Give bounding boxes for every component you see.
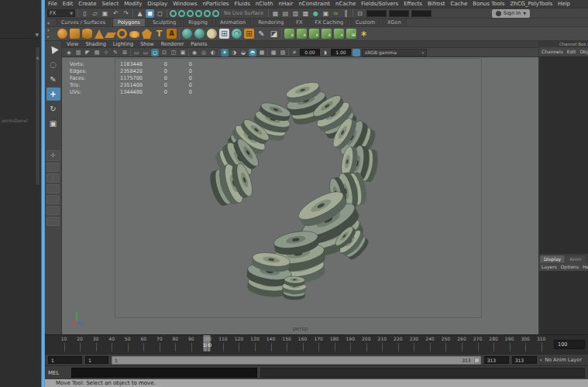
current-frame-field[interactable]: 100 — [554, 340, 585, 349]
gate-mask-icon[interactable]: ◻ — [151, 49, 159, 57]
menu-ncloth[interactable]: nCloth — [256, 1, 273, 7]
range-slider[interactable]: 1 313 — [112, 356, 481, 365]
live-surface-label[interactable]: No Live Surface — [224, 10, 263, 16]
layout-four-pane[interactable] — [46, 173, 60, 183]
ipr-render-icon[interactable]: ▥ — [291, 9, 300, 18]
menu-select[interactable]: Select — [102, 1, 119, 7]
file-new-icon[interactable]: ▯ — [81, 9, 89, 18]
channel-box-title[interactable]: Channel Box / Layer Editor — [539, 41, 588, 47]
motion-blur-icon[interactable]: ◓ — [249, 49, 256, 57]
panel-menu-renderer[interactable]: Renderer — [161, 41, 184, 47]
shelf-mini-menu[interactable]: ▾▸ — [47, 27, 50, 39]
fill-hole-icon[interactable]: x — [322, 29, 332, 39]
lighting-icon[interactable]: ☀ — [221, 49, 229, 57]
panel-menu-view[interactable]: View — [67, 41, 78, 47]
layer-tab-anim[interactable]: Anim — [566, 255, 585, 262]
undo-icon[interactable]: ↶ — [112, 9, 120, 18]
time-slider[interactable]: 1001020304050607080901001101201301401501… — [45, 334, 588, 354]
last-tool-icon[interactable]: ⊹ — [46, 150, 60, 161]
layout-three-split[interactable] — [46, 195, 60, 204]
panel-menu-panels[interactable]: Panels — [191, 41, 207, 47]
shelf-tab-fx-caching[interactable]: FX Caching — [310, 18, 349, 26]
menu-create[interactable]: Create — [78, 1, 96, 7]
menu-set-selector[interactable]: FX ▼ — [47, 9, 75, 17]
paint-select-tool[interactable]: ✎ — [46, 73, 60, 86]
bevel-icon[interactable]: x — [297, 29, 307, 39]
paint-effects-icon[interactable]: ≈ — [332, 9, 340, 18]
pan-zoom-icon[interactable]: ⊹ — [102, 49, 110, 57]
bridge-icon[interactable]: x — [309, 29, 319, 39]
playback-end-field[interactable]: 313 — [484, 356, 509, 364]
layer-menu-help[interactable]: Help — [583, 264, 588, 269]
separate-icon[interactable] — [194, 29, 205, 39]
viewport[interactable]: Verts:118344800Edges:235842000Faces:1175… — [62, 57, 538, 334]
menu-effects[interactable]: Effects — [404, 1, 422, 7]
menu-nparticles[interactable]: nParticles — [202, 1, 229, 7]
shelf-tab-custom[interactable]: Custom — [350, 18, 380, 26]
target-weld-icon[interactable]: ◪ — [269, 29, 279, 39]
make-live-icon[interactable] — [212, 10, 219, 17]
menu-fluids[interactable]: Fluids — [234, 1, 249, 7]
animation-end-field[interactable]: 313 — [512, 356, 537, 364]
menu-ncache[interactable]: nCache — [335, 1, 356, 7]
multi-cut-icon[interactable]: ✎ — [256, 29, 266, 39]
chevron-down-icon[interactable]: ▾ — [540, 358, 542, 362]
grid-icon[interactable]: ⊞ — [121, 49, 129, 57]
shelf-tab-sculpting[interactable]: Sculpting — [147, 18, 181, 26]
bookmark-icon[interactable]: ◤ — [84, 49, 91, 57]
poly-cube-icon[interactable] — [70, 29, 80, 39]
menu-nconstraint[interactable]: nConstraint — [298, 1, 330, 7]
select-object-icon[interactable]: ◼ — [146, 9, 154, 18]
subdiv-icon[interactable]: ⊞ — [244, 29, 254, 39]
extrude-face-icon[interactable]: x — [284, 29, 294, 39]
render-view-icon[interactable]: ▣ — [322, 9, 330, 18]
hypershade-icon[interactable]: ● — [311, 9, 320, 18]
shelf-tab-curves-surfaces[interactable]: Curves / Surfaces — [56, 18, 111, 26]
menu-bifrost[interactable]: Bifrost — [428, 1, 445, 7]
layout-persp-outliner[interactable] — [46, 184, 60, 194]
poly-type-icon[interactable]: A — [167, 29, 177, 39]
move-tool[interactable]: + — [46, 87, 60, 101]
camera-attributes-icon[interactable]: ▥ — [74, 49, 82, 57]
playback-start-field[interactable]: 1 — [85, 356, 108, 364]
safe-action-icon[interactable]: ◫ — [170, 49, 177, 57]
field-chart-icon[interactable]: ⊡ — [160, 49, 168, 57]
shelf-tab-animation[interactable]: Animation — [215, 18, 251, 26]
grease-pencil-icon[interactable]: ✎ — [112, 49, 119, 57]
safe-title-icon[interactable]: ▣ — [179, 49, 187, 57]
sphere-project-icon[interactable]: ◠ — [232, 29, 242, 39]
xray-icon[interactable]: ▩ — [270, 49, 277, 57]
menu-modify[interactable]: Modify — [124, 1, 142, 7]
isolate-select-icon[interactable]: ◐ — [209, 49, 217, 57]
coordinate-field-1[interactable] — [389, 10, 409, 17]
poly-sphere-icon[interactable] — [57, 29, 67, 39]
menu-cache[interactable]: Cache — [451, 1, 468, 7]
shelf-gear-icon[interactable]: ✦ — [46, 20, 50, 26]
layout-single-pane[interactable] — [46, 163, 60, 172]
menu-fields-solvers[interactable]: Fields/Solvers — [361, 1, 398, 7]
menu-bonus-tools[interactable]: Bonus Tools — [473, 1, 504, 7]
frame-all-icon[interactable]: ◉ — [191, 49, 198, 57]
channel-box-menu-channels[interactable]: Channels — [542, 49, 563, 54]
film-gate-icon[interactable]: ▭ — [132, 49, 140, 57]
color-managed-icon[interactable] — [352, 49, 360, 57]
snap-point-icon[interactable] — [187, 10, 194, 17]
channel-box-menu-edit[interactable]: Edit — [567, 49, 576, 54]
shelf-tab-fx[interactable]: FX — [291, 18, 308, 26]
snap-view-plane-icon[interactable] — [204, 10, 211, 17]
camera-lock-icon[interactable]: ◈ — [65, 49, 73, 57]
menu-zhcg-polytools[interactable]: ZhCG_PolyTools — [510, 1, 552, 7]
select-component-icon[interactable]: ◻ — [156, 9, 164, 18]
command-line-mode[interactable]: MEL — [48, 370, 68, 376]
animation-start-field[interactable]: 1 — [48, 356, 82, 364]
poly-platonic-icon[interactable] — [142, 29, 152, 39]
redo-icon[interactable]: ↷ — [122, 9, 130, 18]
layer-menu-layers[interactable]: Layers — [542, 264, 557, 269]
layer-editor-body[interactable] — [539, 271, 588, 334]
ambient-occlusion-icon[interactable]: ◒ — [239, 49, 247, 57]
panel-menu-lighting[interactable]: Lighting — [113, 41, 133, 47]
shelf-tab-xgen[interactable]: XGen — [382, 18, 407, 26]
gamma-icon[interactable]: ◗ — [322, 49, 329, 57]
coordinate-field-2[interactable] — [411, 10, 432, 17]
shelf-tab-rigging[interactable]: Rigging — [183, 18, 213, 26]
